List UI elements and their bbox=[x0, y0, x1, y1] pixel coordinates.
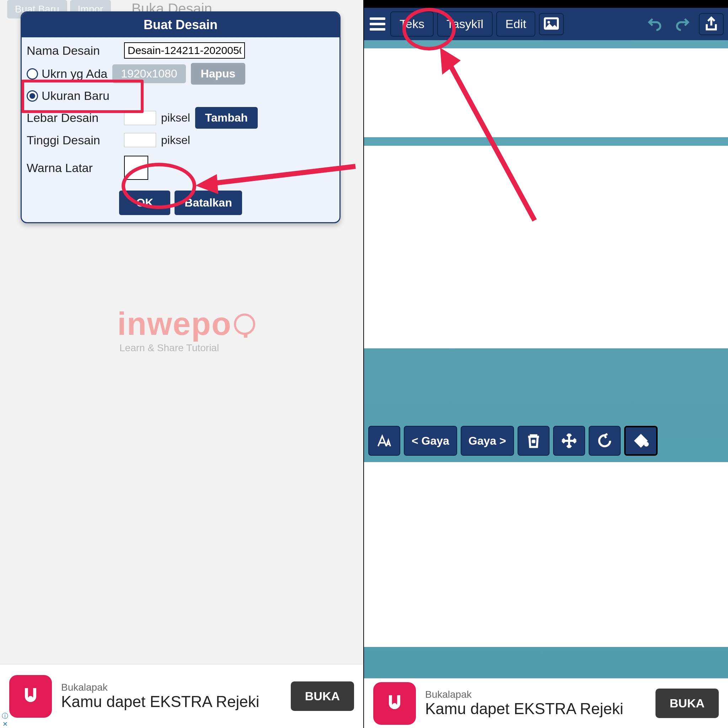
add-button[interactable]: Tambah bbox=[195, 107, 258, 128]
annotation-rect-new-size bbox=[21, 80, 144, 113]
height-label: Tinggi Desain bbox=[27, 133, 119, 147]
hamburger-icon[interactable] bbox=[368, 15, 387, 33]
delete-button[interactable]: Hapus bbox=[191, 63, 246, 85]
annotation-arrow-swatch bbox=[192, 159, 362, 202]
svg-point-2 bbox=[28, 696, 33, 700]
style-toolbar: < Gaya Gaya > bbox=[364, 426, 728, 456]
ad-cta-button-right[interactable]: BUKA bbox=[656, 688, 719, 718]
fill-icon[interactable] bbox=[624, 426, 658, 456]
canvas-area-3[interactable] bbox=[364, 462, 728, 647]
watermark: inwepo Learn & Share Tutorial bbox=[117, 306, 255, 354]
annotation-arrow-teks bbox=[428, 43, 549, 228]
right-screenshot: Teks Tasykīl Edit < Gaya Gaya > bbox=[364, 0, 728, 728]
height-unit: piksel bbox=[161, 134, 190, 147]
ad-logo-right bbox=[373, 682, 416, 725]
left-screenshot: Buat Baru Impor Buka Desain Buat Desain … bbox=[0, 0, 364, 728]
move-icon[interactable] bbox=[553, 426, 585, 456]
dialog-title: Buat Desain bbox=[22, 12, 340, 37]
prev-style-button[interactable]: < Gaya bbox=[404, 426, 457, 456]
image-icon[interactable] bbox=[539, 13, 564, 35]
ad-advertiser-right: Bukalapak bbox=[425, 689, 646, 700]
edit-button[interactable]: Edit bbox=[496, 11, 536, 37]
status-bar bbox=[364, 0, 728, 8]
svg-point-8 bbox=[392, 703, 397, 708]
watermark-brand: inwepo bbox=[117, 306, 232, 342]
svg-marker-1 bbox=[196, 174, 218, 194]
rotate-icon[interactable] bbox=[589, 426, 621, 456]
ad-banner-right[interactable]: Bukalapak Kamu dapet EKSTRA Rejeki BUKA bbox=[364, 678, 728, 728]
undo-icon[interactable] bbox=[642, 13, 667, 35]
bgcolor-label: Warna Latar bbox=[27, 161, 119, 175]
ad-headline: Kamu dapet EKSTRA Rejeki bbox=[61, 693, 281, 710]
design-name-input[interactable] bbox=[124, 42, 245, 59]
share-icon[interactable] bbox=[699, 13, 724, 35]
svg-line-5 bbox=[446, 57, 535, 220]
svg-marker-6 bbox=[440, 47, 461, 75]
annotation-circle-swatch bbox=[122, 163, 196, 209]
font-size-icon[interactable] bbox=[368, 426, 400, 456]
ad-cta-button[interactable]: BUKA bbox=[291, 681, 354, 711]
next-style-button[interactable]: Gaya > bbox=[461, 426, 514, 456]
ad-banner-left[interactable]: Bukalapak Kamu dapet EKSTRA Rejeki BUKA bbox=[0, 664, 363, 728]
ad-advertiser: Bukalapak bbox=[61, 682, 281, 693]
svg-line-0 bbox=[206, 166, 355, 184]
bulb-icon bbox=[234, 314, 255, 335]
delete-icon[interactable] bbox=[518, 426, 549, 456]
watermark-tagline: Learn & Share Tutorial bbox=[119, 342, 255, 354]
width-unit: piksel bbox=[161, 111, 190, 124]
existing-size-label: Ukrn yg Ada bbox=[41, 67, 107, 81]
redo-icon[interactable] bbox=[670, 13, 695, 35]
svg-point-7 bbox=[645, 443, 648, 446]
adchoices-icon[interactable]: ⓘ✕ bbox=[0, 710, 10, 728]
svg-point-4 bbox=[548, 21, 550, 23]
design-name-label: Nama Desain bbox=[27, 44, 119, 58]
ad-headline-right: Kamu dapet EKSTRA Rejeki bbox=[425, 700, 646, 717]
height-input[interactable] bbox=[124, 133, 156, 147]
ad-logo bbox=[9, 675, 52, 718]
existing-size-radio[interactable]: Ukrn yg Ada bbox=[27, 67, 107, 81]
